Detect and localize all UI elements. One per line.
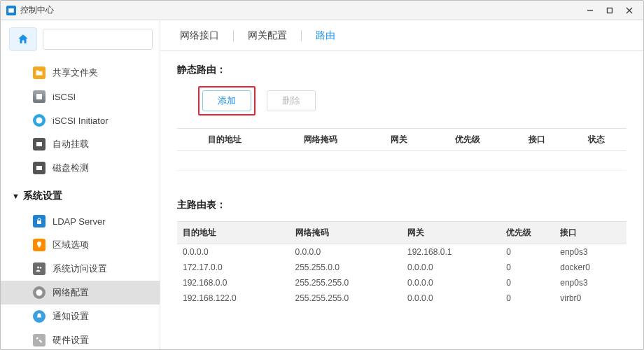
cell-mask: 255.255.255.0 [290,290,402,306]
cell-dest: 0.0.0.0 [177,244,290,260]
tabs: 网络接口网关配置路由 [160,20,643,51]
window: 控制中心 共享文件夹iSCSIiSCSI Initiator自动挂载磁盘检测 [0,0,644,350]
sidebar-item-top-4[interactable]: 磁盘检测 [1,156,160,180]
cell-mask: 255.255.255.0 [290,275,402,290]
column-header: 网关 [369,129,429,151]
cell-gateway: 0.0.0.0 [402,260,500,275]
static-route-table: 目的地址网络掩码网关优先级接口状态 [177,128,626,171]
add-button[interactable]: 添加 [202,90,251,111]
bell-icon [33,310,46,323]
cell-dest: 192.168.122.0 [177,290,290,306]
tab-1[interactable]: 网关配置 [241,29,294,42]
app-icon [6,6,16,15]
disk-icon [33,90,46,103]
table-row[interactable]: 0.0.0.00.0.0.0192.168.0.10enp0s3 [177,244,626,260]
sidebar-item-bottom-0[interactable]: LDAP Server [1,209,160,233]
sidebar-item-top-2[interactable]: iSCSI Initiator [1,108,160,132]
cell-prio: 0 [500,260,554,275]
sidebar-item-label: LDAP Server [52,216,106,227]
column-header: 网络掩码 [273,129,369,151]
window-title: 控制中心 [20,4,54,16]
svg-rect-5 [36,94,42,99]
cell-gateway: 0.0.0.0 [402,290,500,306]
svg-rect-7 [36,142,42,146]
sidebar-item-top-0[interactable]: 共享文件夹 [1,61,160,85]
table-row[interactable]: 192.168.0.0255.255.255.00.0.0.00enp0s3 [177,275,626,290]
column-header: 目的地址 [177,222,290,244]
sidebar-item-label: 系统访问设置 [52,262,107,275]
table-row[interactable]: 172.17.0.0255.255.0.00.0.0.00docker0 [177,260,626,275]
users-icon [33,262,46,275]
route-table: 目的地址网络掩码网关优先级接口 0.0.0.00.0.0.0192.168.0.… [177,221,626,306]
svg-rect-2 [608,8,612,13]
cell-mask: 0.0.0.0 [290,244,402,260]
svg-rect-0 [8,8,14,13]
caret-down-icon: ▼ [12,192,20,200]
cell-dest: 192.168.0.0 [177,275,290,290]
tab-2[interactable]: 路由 [309,29,342,42]
minimize-button[interactable] [582,5,598,16]
cell-gateway: 192.168.0.1 [402,244,500,260]
sidebar-item-label: 磁盘检测 [52,162,89,174]
sidebar-item-bottom-3[interactable]: 网络配置 [1,281,160,304]
cell-prio: 0 [500,290,554,306]
cell-dest: 172.17.0.0 [177,260,290,275]
static-route-buttons: 添加 删除 [177,86,626,115]
table-row[interactable]: 192.168.122.0255.255.255.00.0.0.00virbr0 [177,290,626,306]
delete-button: 删除 [267,90,316,111]
svg-point-6 [36,118,43,124]
cell-iface: docker0 [554,260,626,275]
column-header: 目的地址 [177,129,273,151]
sidebar-item-label: iSCSI Initiator [52,115,108,126]
sidebar-item-label: 硬件设置 [52,334,89,346]
column-header: 网关 [402,222,500,244]
sidebar-item-bottom-1[interactable]: 区域选项 [1,233,160,257]
route-table-label: 主路由表： [177,199,626,211]
column-header: 网络掩码 [290,222,402,244]
sidebar-item-top-3[interactable]: 自动挂载 [1,132,160,156]
folder-icon [33,66,46,79]
content: 网络接口网关配置路由 静态路由： 添加 删除 目的地址网络掩码网关优先级接口状态… [160,20,643,349]
sidebar-section-label: 系统设置 [23,190,62,202]
column-header: 优先级 [500,222,554,244]
close-button[interactable] [621,5,638,16]
sidebar-item-label: 网络配置 [52,286,89,299]
cell-iface: enp0s3 [554,244,626,260]
scan-icon [33,162,46,174]
column-header: 优先级 [429,129,507,151]
sidebar-item-label: 共享文件夹 [52,66,98,79]
cell-gateway: 0.0.0.0 [402,275,500,290]
tab-separator [233,30,234,41]
column-header: 接口 [507,129,567,151]
search-field[interactable] [43,29,153,50]
table-row [177,151,626,171]
sidebar-item-bottom-5[interactable]: 硬件设置 [1,328,160,349]
globe-icon [33,114,46,127]
column-header: 接口 [554,222,626,244]
tab-separator [301,30,302,41]
home-button[interactable] [9,27,37,51]
cell-prio: 0 [500,244,554,260]
sidebar-item-bottom-2[interactable]: 系统访问设置 [1,257,160,281]
cell-mask: 255.255.0.0 [290,260,402,275]
network-icon [33,286,46,299]
titlebar: 控制中心 [1,1,643,20]
cell-iface: enp0s3 [554,275,626,290]
tab-0[interactable]: 网络接口 [173,29,226,42]
sidebar-section-system-settings[interactable]: ▼ 系统设置 [1,180,160,206]
maximize-button[interactable] [601,5,618,16]
search-input[interactable] [43,29,153,49]
sidebar-item-label: 自动挂载 [52,138,89,150]
tools-icon [33,334,46,346]
lock-icon [33,215,46,227]
sidebar-item-top-1[interactable]: iSCSI [1,85,160,108]
sidebar-item-label: 区域选项 [52,239,89,251]
mount-icon [33,138,46,150]
cell-prio: 0 [500,275,554,290]
sidebar-item-label: iSCSI [52,92,76,102]
svg-rect-8 [36,166,42,170]
content-scroll[interactable]: 静态路由： 添加 删除 目的地址网络掩码网关优先级接口状态 主路由表： 目的地址… [160,51,643,349]
cell-iface: virbr0 [554,290,626,306]
sidebar-item-bottom-4[interactable]: 通知设置 [1,304,160,328]
static-route-label: 静态路由： [177,64,626,76]
